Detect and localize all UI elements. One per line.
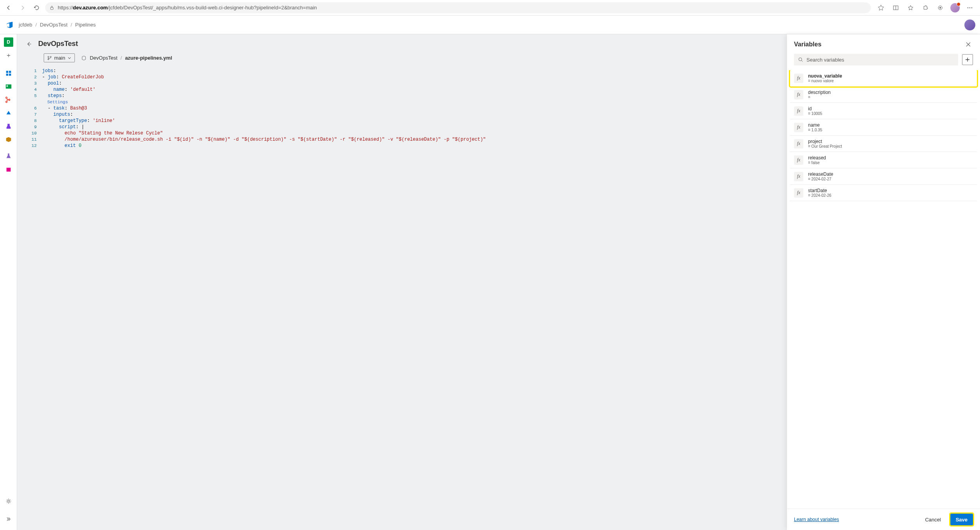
variable-row[interactable]: id= 10005	[790, 103, 977, 119]
file-name[interactable]: azure-pipelines.yml	[125, 55, 172, 61]
add-project-button[interactable]: ＋	[2, 49, 15, 62]
breadcrumb-section[interactable]: Pipelines	[75, 22, 96, 28]
extensions-button[interactable]	[918, 2, 932, 14]
line-number: 2	[25, 74, 42, 80]
gear-icon	[5, 498, 12, 504]
repo-name[interactable]: DevOpsTest	[90, 55, 117, 61]
variable-row[interactable]: nuova_variable= nuovo valore	[790, 70, 977, 87]
nav-boards[interactable]	[2, 80, 15, 93]
branch-icon	[47, 56, 52, 60]
more-button[interactable]	[963, 2, 977, 14]
boards-icon	[5, 83, 12, 90]
variable-name: releaseDate	[808, 171, 833, 177]
variable-text: description=	[808, 90, 831, 99]
fx-icon	[794, 74, 803, 83]
code-content: /home/azureuser/bin/release_code.sh -i "…	[42, 136, 486, 143]
variable-text: nuova_variable= nuovo valore	[808, 73, 842, 83]
favorite-button[interactable]	[874, 2, 888, 14]
line-number: 8	[25, 118, 42, 124]
line-number	[25, 99, 42, 105]
svg-rect-15	[6, 168, 11, 171]
breadcrumb-org[interactable]: jcfdeb	[19, 22, 32, 28]
line-number: 10	[25, 130, 42, 136]
code-content: name: 'default'	[42, 87, 96, 93]
save-button[interactable]: Save	[950, 514, 973, 525]
star-plus-icon	[907, 5, 914, 11]
line-number: 6	[25, 105, 42, 111]
variable-row[interactable]: description=	[790, 87, 977, 103]
file-path: DevOpsTest / azure-pipelines.yml	[81, 55, 172, 61]
variable-text: startDate= 2024-02-26	[808, 188, 831, 198]
branch-name: main	[54, 55, 65, 61]
fx-icon	[794, 106, 803, 116]
variable-row[interactable]: project= Our Great Project	[790, 136, 977, 152]
refresh-button[interactable]	[31, 2, 42, 13]
fx-icon	[794, 172, 803, 181]
nav-collapse[interactable]	[2, 513, 15, 525]
chevron-down-icon	[67, 56, 71, 60]
search-variables-input[interactable]: Search variables	[794, 54, 958, 65]
project-tile[interactable]: D	[4, 37, 13, 47]
settings-browser-button[interactable]	[933, 2, 947, 14]
split-button[interactable]	[889, 2, 903, 14]
azure-devops-logo-icon[interactable]	[5, 20, 14, 30]
browser-toolbar: https://dev.azure.com/jcfdeb/DevOpsTest/…	[0, 0, 980, 16]
fx-icon	[794, 188, 803, 198]
app-header: jcfdeb / DevOpsTest / Pipelines	[0, 16, 980, 34]
back-arrow-button[interactable]	[25, 40, 33, 48]
url-text: https://dev.azure.com/jcfdeb/DevOpsTest/…	[58, 5, 317, 11]
code-content: echo "Stating the New Relese Cycle"	[42, 130, 163, 136]
flask-icon	[5, 152, 12, 159]
page-title: DevOpsTest	[38, 40, 78, 48]
svg-point-20	[799, 58, 802, 61]
line-number: 5	[25, 93, 42, 99]
fx-icon	[794, 139, 803, 148]
nav-overview[interactable]	[2, 67, 15, 80]
url-bar[interactable]: https://dev.azure.com/jcfdeb/DevOpsTest/…	[45, 2, 871, 13]
variables-panel: Variables Search variables nuova_variabl…	[787, 34, 980, 530]
nav-repos[interactable]	[2, 94, 15, 106]
variable-row[interactable]: startDate= 2024-02-26	[790, 185, 977, 201]
learn-about-variables-link[interactable]: Learn about variables	[794, 517, 839, 522]
variable-value: = false	[808, 161, 826, 165]
lock-icon	[49, 5, 55, 11]
variable-row[interactable]: name= 1.0.35	[790, 119, 977, 136]
code-content: script: |	[42, 124, 84, 130]
nav-extra2[interactable]	[2, 163, 15, 175]
variable-value: = Our Great Project	[808, 144, 842, 148]
puzzle-icon	[922, 5, 929, 11]
variable-name: released	[808, 155, 826, 161]
back-button[interactable]	[3, 2, 14, 13]
nav-settings[interactable]	[2, 495, 15, 507]
content-area: DevOpsTest main DevOpsTest / azure-pipel…	[17, 34, 980, 530]
star-icon	[877, 4, 884, 11]
variable-value: = 2024-02-26	[808, 193, 831, 198]
testplans-icon	[5, 123, 12, 130]
variable-row[interactable]: released= false	[790, 152, 977, 168]
breadcrumb: jcfdeb / DevOpsTest / Pipelines	[19, 22, 96, 28]
collections-button[interactable]	[904, 2, 918, 14]
branch-selector[interactable]: main	[44, 53, 75, 62]
nav-testplans[interactable]	[2, 120, 15, 132]
fx-icon	[794, 90, 803, 99]
user-avatar[interactable]	[964, 19, 975, 30]
nav-pipelines[interactable]	[2, 107, 15, 119]
plus-icon	[965, 57, 970, 62]
svg-rect-10	[6, 74, 8, 76]
variable-value: = 10005	[808, 111, 822, 116]
code-content: - task: Bash@3	[42, 105, 87, 111]
cancel-button[interactable]: Cancel	[920, 514, 946, 525]
profile-button[interactable]	[948, 2, 962, 14]
line-number: 9	[25, 124, 42, 130]
nav-artifacts[interactable]	[2, 133, 15, 146]
variable-value: =	[808, 95, 831, 99]
close-panel-button[interactable]	[964, 40, 973, 49]
forward-button[interactable]	[17, 2, 28, 13]
add-variable-button[interactable]	[962, 54, 973, 65]
variables-list: nuova_variable= nuovo valoredescription=…	[787, 70, 980, 509]
breadcrumb-project[interactable]: DevOpsTest	[40, 22, 67, 28]
repo-icon	[81, 55, 87, 61]
nav-extra1[interactable]	[2, 150, 15, 162]
variable-row[interactable]: releaseDate= 2024-02-27	[790, 168, 977, 185]
variable-name: name	[808, 122, 822, 128]
